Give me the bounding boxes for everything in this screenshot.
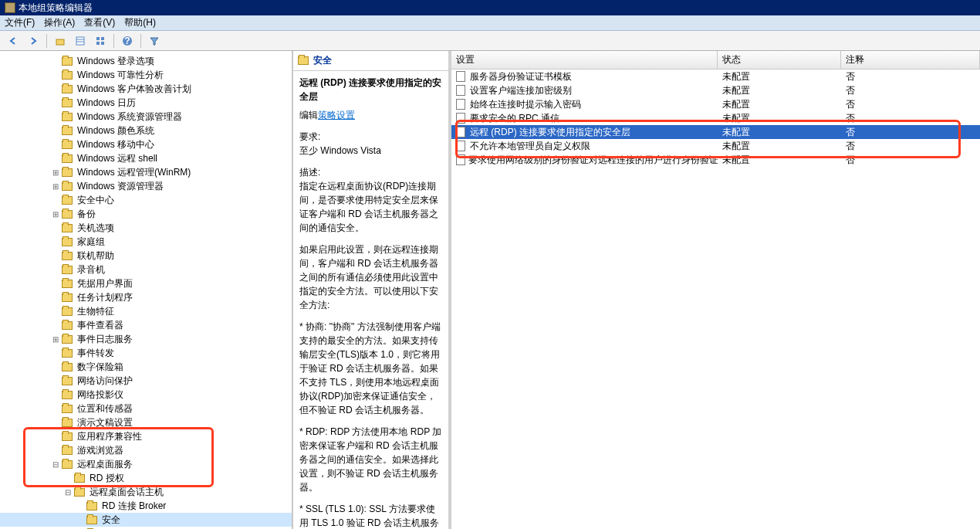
tree-item[interactable]: 事件转发 <box>0 346 292 360</box>
forward-button[interactable] <box>25 33 42 49</box>
cell-state: 未配置 <box>718 126 841 139</box>
list-row[interactable]: 不允许本地管理员自定义权限未配置否 <box>451 139 980 153</box>
tree-item-label: Windows 系统资源管理器 <box>76 110 184 124</box>
menu-view[interactable]: 查看(V) <box>84 16 115 29</box>
tree-item[interactable]: 关机选项 <box>0 221 292 235</box>
tree-item-label: 事件日志服务 <box>76 333 134 346</box>
details-button[interactable] <box>72 33 89 49</box>
tree-item[interactable]: Windows 远程 shell <box>0 151 292 165</box>
menu-file[interactable]: 文件(F) <box>5 16 35 29</box>
list-header: 设置 状态 注释 <box>451 51 980 70</box>
policy-icon <box>456 154 465 165</box>
tree-pane[interactable]: Windows 登录选项Windows 可靠性分析Windows 客户体验改善计… <box>0 51 293 529</box>
toolbar: ? <box>0 31 980 51</box>
tree-item[interactable]: RD 连接 Broker <box>0 499 292 513</box>
help-button[interactable]: ? <box>119 33 136 49</box>
list-row[interactable]: 要求使用网络级别的身份验证对远程连接的用户进行身份验证未配置否 <box>451 153 980 167</box>
tree-item[interactable]: 录音机 <box>0 263 292 276</box>
list-row[interactable]: 始终在连接时提示输入密码未配置否 <box>451 97 980 111</box>
list-row[interactable]: 设置客户端连接加密级别未配置否 <box>451 83 980 97</box>
tree-item-label: 联机帮助 <box>76 249 116 263</box>
tree-item[interactable]: Windows 系统资源管理器 <box>0 110 292 124</box>
cell-setting: 远程 (RDP) 连接要求使用指定的安全层 <box>470 126 630 139</box>
tree-item[interactable]: Windows 日历 <box>0 96 292 110</box>
tree-item[interactable]: 游戏浏览器 <box>0 443 292 457</box>
tree-item[interactable]: ⊞Windows 资源管理器 <box>0 179 292 193</box>
list-button[interactable] <box>92 33 109 49</box>
col-header-setting[interactable]: 设置 <box>451 51 718 69</box>
tree-item[interactable]: Windows 登录选项 <box>0 54 292 68</box>
tree-item-label: Windows 可靠性分析 <box>76 69 165 82</box>
tree-item[interactable]: ⊞事件日志服务 <box>0 332 292 346</box>
tree-item-label: 数字保险箱 <box>76 361 125 374</box>
cell-state: 未配置 <box>718 70 841 83</box>
up-button[interactable] <box>52 33 69 49</box>
cell-note: 否 <box>841 154 980 167</box>
expand-icon[interactable]: ⊞ <box>49 335 62 344</box>
tree-item[interactable]: Windows 移动中心 <box>0 137 292 151</box>
tree-item[interactable]: ⊞备份 <box>0 207 292 221</box>
menu-action[interactable]: 操作(A) <box>44 16 75 29</box>
list-row[interactable]: 远程 (RDP) 连接要求使用指定的安全层未配置否 <box>451 125 980 139</box>
folder-icon <box>62 349 73 358</box>
tree-item[interactable]: ⊟远程桌面服务 <box>0 457 292 471</box>
menu-help[interactable]: 帮助(H) <box>124 16 156 29</box>
folder-icon <box>62 99 73 107</box>
expand-icon[interactable]: ⊞ <box>49 168 62 177</box>
tree-item[interactable]: 网络投影仪 <box>0 388 292 402</box>
tree-item-label: 远程桌面会话主机 <box>88 486 165 499</box>
folder-icon <box>62 210 73 219</box>
col-header-note[interactable]: 注释 <box>841 51 980 69</box>
policy-icon <box>456 85 467 96</box>
tree-item-label: 网络投影仪 <box>76 388 125 402</box>
tree-item-label: 任务计划程序 <box>76 291 134 304</box>
expand-icon[interactable]: ⊞ <box>49 182 62 191</box>
tree-item[interactable]: ⊞Windows 远程管理(WinRM) <box>0 165 292 179</box>
tree-item[interactable]: Windows 客户体验改善计划 <box>0 82 292 96</box>
tree-item-label: Windows 远程管理(WinRM) <box>76 166 192 179</box>
tree-item[interactable]: 生物特征 <box>0 304 292 318</box>
tree-item-label: Windows 移动中心 <box>76 138 156 151</box>
main-area: Windows 登录选项Windows 可靠性分析Windows 客户体验改善计… <box>0 51 980 529</box>
tree-item-label: 录音机 <box>76 263 106 276</box>
desc-body: 远程 (RDP) 连接要求使用指定的安全层 编辑策略设置 要求:至少 Windo… <box>293 71 448 529</box>
tree-item[interactable]: ⊟远程桌面会话主机 <box>0 485 292 499</box>
tree-item[interactable]: 联机帮助 <box>0 249 292 263</box>
folder-icon <box>62 182 73 191</box>
list-row[interactable]: 服务器身份验证证书模板未配置否 <box>451 70 980 83</box>
window-title: 本地组策略编辑器 <box>19 2 93 15</box>
folder-icon <box>62 363 73 371</box>
filter-button[interactable] <box>146 33 163 49</box>
tree-item[interactable]: 位置和传感器 <box>0 402 292 415</box>
col-header-state[interactable]: 状态 <box>718 51 841 69</box>
tree-item[interactable]: 事件查看器 <box>0 318 292 332</box>
tree-item[interactable]: 安全 <box>0 513 292 527</box>
collapse-icon[interactable]: ⊟ <box>49 460 62 469</box>
tree-item[interactable]: 安全中心 <box>0 193 292 207</box>
tree-item[interactable]: 网络访问保护 <box>0 374 292 388</box>
collapse-icon[interactable]: ⊟ <box>62 488 74 497</box>
tree-item[interactable]: 家庭组 <box>0 235 292 249</box>
folder-icon <box>86 502 97 510</box>
cell-note: 否 <box>841 140 980 153</box>
cell-state: 未配置 <box>718 154 841 167</box>
tree-item-label: 事件查看器 <box>76 319 125 332</box>
tree-item[interactable]: 凭据用户界面 <box>0 276 292 290</box>
svg-rect-4 <box>96 37 100 40</box>
tree-item[interactable]: 演示文稿设置 <box>0 415 292 429</box>
back-button[interactable] <box>5 33 22 49</box>
tree-item-label: 网络访问保护 <box>76 375 134 388</box>
tree-item[interactable]: 数字保险箱 <box>0 360 292 374</box>
list-row[interactable]: 要求安全的 RPC 通信未配置否 <box>451 111 980 125</box>
tree-item[interactable]: RD 授权 <box>0 471 292 485</box>
tree-item[interactable]: Windows 颜色系统 <box>0 124 292 137</box>
tree-item[interactable]: 应用程序兼容性 <box>0 429 292 443</box>
expand-icon[interactable]: ⊞ <box>49 210 62 219</box>
cell-setting: 要求使用网络级别的身份验证对远程连接的用户进行身份验证 <box>468 154 718 167</box>
policy-icon <box>456 141 467 151</box>
list-body[interactable]: 服务器身份验证证书模板未配置否设置客户端连接加密级别未配置否始终在连接时提示输入… <box>451 70 980 529</box>
edit-policy-link[interactable]: 策略设置 <box>318 110 355 120</box>
tree-item[interactable]: 任务计划程序 <box>0 290 292 304</box>
policy-icon <box>456 99 467 110</box>
tree-item[interactable]: Windows 可靠性分析 <box>0 68 292 82</box>
